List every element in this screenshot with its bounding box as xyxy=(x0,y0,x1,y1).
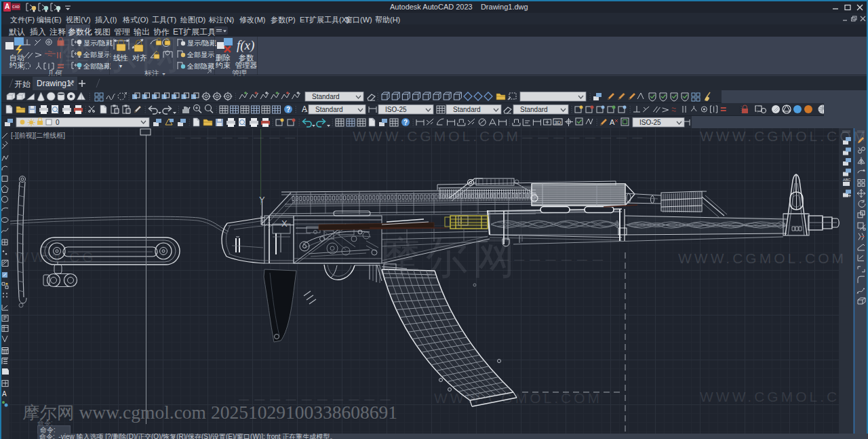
svg-text:ISO-25: ISO-25 xyxy=(385,106,407,113)
svg-text:Y: Y xyxy=(259,195,265,205)
svg-text:Standard: Standard xyxy=(312,93,340,100)
svg-text:3D: 3D xyxy=(555,119,561,126)
svg-text:ISO-25: ISO-25 xyxy=(639,119,661,126)
svg-text:0: 0 xyxy=(56,119,60,126)
svg-text:Standard: Standard xyxy=(453,106,481,113)
svg-text:f(x): f(x) xyxy=(237,38,254,53)
svg-text:Standard: Standard xyxy=(520,106,548,113)
svg-text:X: X xyxy=(281,218,288,229)
svg-text:?: ? xyxy=(286,106,290,113)
svg-text:A: A xyxy=(610,118,615,126)
svg-text:?: ? xyxy=(403,119,408,126)
svg-text:Standard: Standard xyxy=(315,106,343,113)
svg-text:A: A xyxy=(302,104,307,114)
